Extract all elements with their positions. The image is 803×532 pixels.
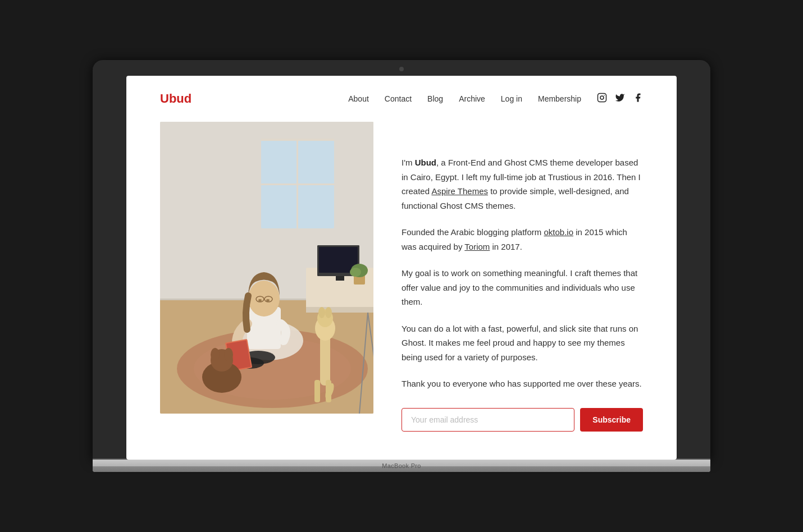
svg-point-21 [350,268,361,277]
svg-point-31 [258,299,262,301]
brand-name-bold: Ubud [415,158,436,167]
svg-point-1 [600,96,604,99]
nav-login[interactable]: Log in [501,94,522,103]
email-input[interactable] [402,408,574,432]
svg-rect-14 [306,307,373,313]
svg-point-38 [211,348,220,361]
svg-rect-8 [261,184,334,185]
nav-membership[interactable]: Membership [538,94,581,103]
laptop-base: MacBook Pro [93,460,710,472]
bio-paragraph-3: My goal is to work on something meaningf… [402,266,643,309]
bio-content: I'm Ubud, a Front-End and Ghost CMS them… [402,122,643,432]
bio-paragraph-2: Founded the Arabic blogging platform okt… [402,225,643,254]
svg-rect-41 [314,380,320,402]
svg-point-32 [266,299,270,301]
facebook-icon[interactable] [633,93,643,106]
nav-contact[interactable]: Contact [385,94,412,103]
macbook-label: MacBook Pro [382,462,421,469]
twitter-icon[interactable] [615,93,625,106]
svg-point-45 [318,307,325,318]
svg-point-2 [604,95,605,96]
subscribe-form: Subscribe [402,408,643,432]
oktob-link[interactable]: oktob.io [544,227,574,237]
subscribe-button[interactable]: Subscribe [580,408,643,432]
social-icons [597,93,643,106]
toriom-link[interactable]: Toriom [464,242,490,251]
svg-point-46 [325,307,332,318]
bio-paragraph-4: You can do a lot with a fast, powerful, … [402,322,643,365]
main-nav: About Contact Blog Archive Log in Member… [348,93,643,106]
svg-point-39 [224,348,233,361]
browser-screen: Ubud About Contact Blog Archive Log in M… [126,76,677,460]
svg-rect-0 [598,93,606,102]
profile-image [160,122,373,414]
instagram-icon[interactable] [597,93,607,106]
aspire-themes-link[interactable]: Aspire Themes [431,186,488,196]
nav-archive[interactable]: Archive [459,94,485,103]
site-header: Ubud About Contact Blog Archive Log in M… [126,76,677,122]
profile-image-container [160,122,373,414]
site-logo[interactable]: Ubud [160,91,191,106]
nav-about[interactable]: About [348,94,369,103]
svg-rect-18 [336,276,344,281]
bio-paragraph-5: Thank you to everyone who has supported … [402,377,643,391]
nav-blog[interactable]: Blog [427,94,443,103]
bio-paragraph-1: I'm Ubud, a Front-End and Ghost CMS them… [402,155,643,213]
main-content: I'm Ubud, a Front-End and Ghost CMS them… [126,122,677,460]
